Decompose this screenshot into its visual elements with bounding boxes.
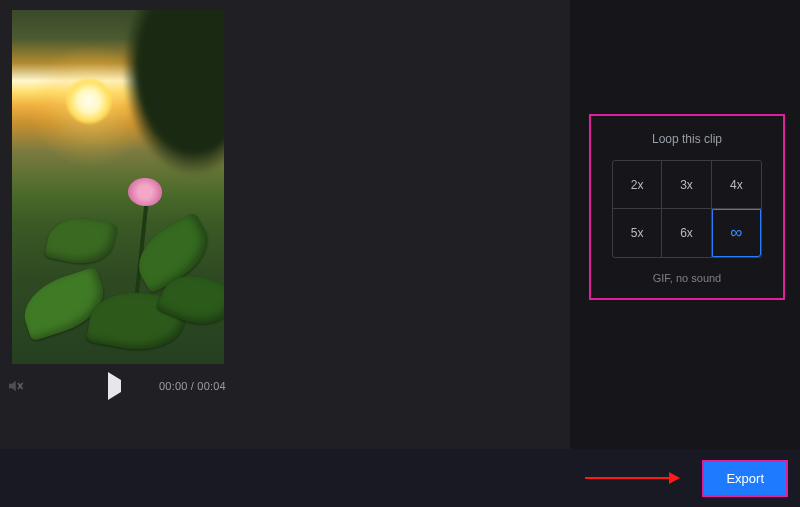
side-panel: Loop this clip 2x 3x 4x 5x 6x ∞ GIF, no … bbox=[570, 0, 800, 449]
play-icon bbox=[108, 372, 121, 400]
loop-panel-subtitle: GIF, no sound bbox=[609, 272, 765, 284]
time-display: 00:00 / 00:04 bbox=[159, 380, 226, 392]
export-button[interactable]: Export bbox=[704, 462, 786, 495]
total-time: 00:04 bbox=[197, 380, 226, 392]
mute-icon[interactable] bbox=[6, 377, 24, 395]
loop-option-4x[interactable]: 4x bbox=[712, 161, 761, 209]
annotation-arrow bbox=[585, 472, 680, 484]
arrow-line-icon bbox=[585, 477, 669, 479]
play-button[interactable] bbox=[108, 380, 121, 392]
loop-panel-highlight: Loop this clip 2x 3x 4x 5x 6x ∞ GIF, no … bbox=[589, 114, 785, 300]
export-highlight: Export bbox=[702, 460, 788, 497]
loop-options-grid: 2x 3x 4x 5x 6x ∞ bbox=[612, 160, 762, 258]
loop-option-3x[interactable]: 3x bbox=[662, 161, 711, 209]
footer-bar: Export bbox=[0, 449, 800, 507]
loop-option-5x[interactable]: 5x bbox=[613, 209, 662, 257]
current-time: 00:00 bbox=[159, 380, 188, 392]
preview-pane: 00:00 / 00:04 bbox=[0, 0, 570, 449]
preview-art bbox=[44, 212, 118, 271]
video-preview[interactable] bbox=[12, 10, 224, 364]
loop-panel-title: Loop this clip bbox=[609, 132, 765, 146]
loop-option-infinite[interactable]: ∞ bbox=[712, 209, 761, 257]
app-root: 00:00 / 00:04 Loop this clip 2x 3x 4x 5x… bbox=[0, 0, 800, 507]
preview-art bbox=[122, 10, 224, 176]
loop-option-2x[interactable]: 2x bbox=[613, 161, 662, 209]
preview-art bbox=[66, 78, 112, 124]
arrow-head-icon bbox=[669, 472, 680, 484]
time-separator: / bbox=[188, 380, 198, 392]
loop-option-6x[interactable]: 6x bbox=[662, 209, 711, 257]
preview-art bbox=[128, 178, 162, 206]
main-area: 00:00 / 00:04 Loop this clip 2x 3x 4x 5x… bbox=[0, 0, 800, 449]
player-controls: 00:00 / 00:04 bbox=[6, 374, 236, 398]
